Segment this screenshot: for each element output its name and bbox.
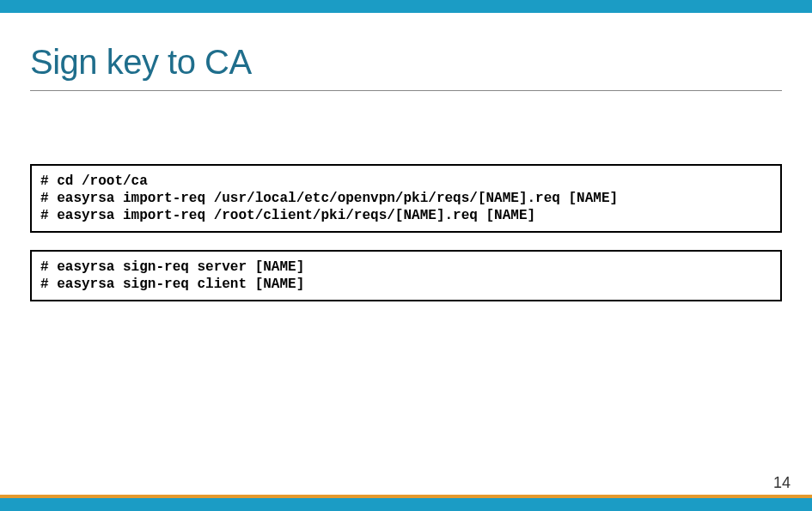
bottom-accent-bar xyxy=(0,498,812,511)
top-accent-bar xyxy=(0,0,812,13)
code-block-sign: # easyrsa sign-req server [NAME] # easyr… xyxy=(30,250,782,301)
slide-title: Sign key to CA xyxy=(30,43,782,82)
code-block-import: # cd /root/ca # easyrsa import-req /usr/… xyxy=(30,164,782,233)
slide-content: Sign key to CA # cd /root/ca # easyrsa i… xyxy=(0,13,812,301)
page-number: 14 xyxy=(773,474,791,492)
title-underline xyxy=(30,90,782,91)
